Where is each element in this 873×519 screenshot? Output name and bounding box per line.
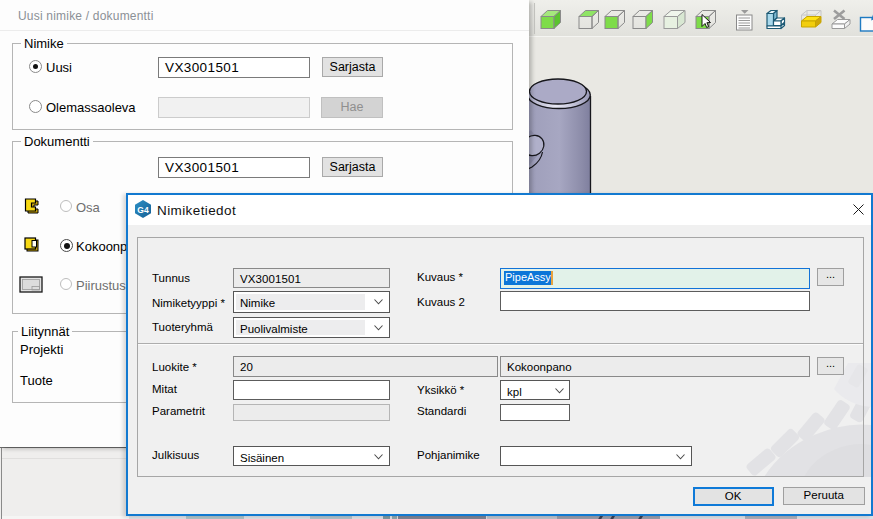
svg-text:G4: G4	[137, 205, 149, 215]
